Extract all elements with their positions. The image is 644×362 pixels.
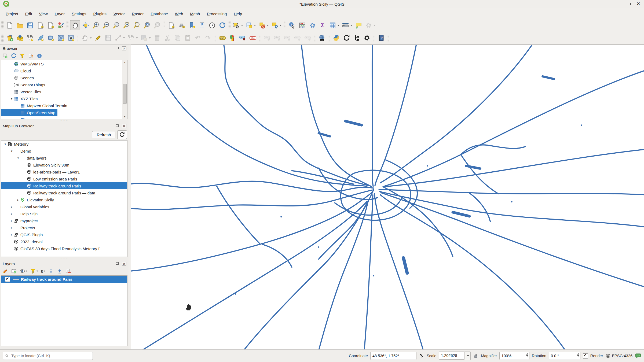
layers-close-icon[interactable]: ×: [122, 262, 126, 266]
tree-closed-arrow-icon[interactable]: ▸: [9, 226, 14, 230]
menu-database[interactable]: Database: [147, 10, 171, 17]
zoom-to-layer-button[interactable]: [132, 20, 141, 30]
spin-down-icon[interactable]: [577, 355, 579, 357]
dropdown-arrow-icon[interactable]: [337, 25, 339, 26]
measure-line-button[interactable]: [341, 20, 353, 30]
zoom-to-selection-button[interactable]: [122, 20, 131, 30]
tree-item-help-stijn[interactable]: ▸Help Stijn: [1, 210, 127, 217]
tree-open-arrow-icon[interactable]: ▾: [9, 97, 14, 101]
menu-settings[interactable]: Settings: [68, 10, 90, 17]
tree-closed-arrow-icon[interactable]: ▸: [9, 205, 14, 209]
new-shapefile-layer-button[interactable]: [25, 33, 35, 43]
browser-filter-button[interactable]: [19, 53, 25, 59]
highlight-pinned-labels-button[interactable]: [248, 33, 258, 43]
minimize-button[interactable]: [618, 2, 622, 6]
data-source-manager-button[interactable]: [5, 33, 14, 43]
python-console-button[interactable]: [331, 33, 341, 43]
pin-unpin-labels-button[interactable]: [238, 33, 247, 43]
new-project-button[interactable]: [5, 20, 14, 30]
browser-collapse-all-button[interactable]: [28, 53, 34, 59]
dropdown-arrow-icon[interactable]: [149, 37, 151, 39]
new-spatial-bookmark-button[interactable]: [187, 20, 196, 30]
browser-add-selected-layers-button[interactable]: [2, 53, 8, 59]
menu-raster[interactable]: Raster: [128, 10, 147, 17]
filter-by-expression-button[interactable]: ε: [41, 268, 45, 274]
processing-toolbox-button[interactable]: [308, 20, 317, 30]
save-project-button[interactable]: [25, 20, 35, 30]
tree-item-scenes[interactable]: Scenes: [1, 74, 127, 81]
map-canvas[interactable]: [131, 45, 644, 349]
layer-diagram-options-button[interactable]: [228, 33, 237, 43]
tree-item-myproject[interactable]: ▸myproject: [1, 217, 127, 224]
refresh-map-button[interactable]: [217, 20, 227, 30]
collapse-all-button[interactable]: [57, 268, 63, 274]
restore-button[interactable]: [627, 2, 631, 6]
crs-globe-icon[interactable]: [605, 353, 611, 359]
tree-open-arrow-icon[interactable]: ▾: [9, 149, 14, 153]
tree-item-elevation-sicily-30m[interactable]: Elevation Sicily 30m: [1, 161, 127, 168]
render-checkbox[interactable]: [583, 353, 588, 359]
browser-properties-button[interactable]: [36, 53, 42, 59]
filter-legend-button[interactable]: [30, 268, 38, 274]
zoom-full-button[interactable]: [111, 20, 121, 30]
maphub-hierarchy-button[interactable]: [352, 33, 361, 43]
tree-item-data-layers[interactable]: ▾data layers: [1, 154, 127, 161]
tree-item-mapzen-global-terrain[interactable]: Mapzen Global Terrain: [1, 102, 127, 109]
lock-scale-icon[interactable]: [473, 353, 478, 359]
tree-item-vector-tiles[interactable]: Vector Tiles: [1, 88, 127, 95]
locator-input[interactable]: [11, 353, 90, 358]
scroll-down-icon[interactable]: ▼: [122, 114, 127, 119]
deselect-features-button[interactable]: [257, 20, 270, 30]
open-attribute-table-button[interactable]: [328, 20, 340, 30]
locator-bar[interactable]: [3, 352, 93, 360]
menu-edit[interactable]: Edit: [22, 10, 36, 17]
maphub-float-icon[interactable]: [115, 124, 120, 128]
scale-input[interactable]: [439, 352, 464, 360]
menu-layer[interactable]: Layer: [51, 10, 68, 17]
new-virtual-layer-button[interactable]: [46, 33, 55, 43]
manage-map-themes-button[interactable]: [19, 268, 27, 274]
expand-all-button[interactable]: [48, 268, 54, 274]
tree-item-railway-track-around-paris[interactable]: Railway track around Paris: [1, 182, 127, 189]
field-calculator-button[interactable]: [297, 20, 307, 30]
identify-features-button[interactable]: [287, 20, 297, 30]
menu-view[interactable]: View: [36, 10, 51, 17]
menu-project[interactable]: Project: [2, 10, 22, 17]
menu-help[interactable]: Help: [230, 10, 246, 17]
dropdown-arrow-icon[interactable]: [90, 37, 92, 39]
tree-item-low-emission-area-paris[interactable]: Low emission area Paris: [1, 175, 127, 182]
menu-mesh[interactable]: Mesh: [186, 10, 203, 17]
panel-splitter[interactable]: ······: [1, 119, 127, 122]
new-geopackage-layer-button[interactable]: [15, 33, 25, 43]
dropdown-arrow-icon[interactable]: [280, 25, 282, 26]
select-by-location-button[interactable]: [270, 20, 283, 30]
rotation-spinbox[interactable]: 0.0 °: [549, 352, 580, 360]
toggle-editing-button[interactable]: [93, 33, 103, 43]
statistical-summary-button[interactable]: Σ: [318, 20, 327, 30]
tree-item-elevation-sicily[interactable]: ▸Elevation Sicily: [1, 196, 127, 203]
coordinate-input[interactable]: [370, 352, 416, 360]
remove-layer-button[interactable]: [65, 268, 71, 274]
dropdown-arrow-icon[interactable]: [350, 25, 352, 26]
tree-closed-arrow-icon[interactable]: ▸: [9, 212, 14, 216]
browser-float-icon[interactable]: [115, 46, 120, 50]
pan-to-selection-button[interactable]: [81, 20, 90, 30]
close-button[interactable]: ✕: [636, 2, 640, 6]
scroll-up-icon[interactable]: ▲: [122, 60, 127, 65]
new-point-cloud-layer-button[interactable]: [66, 33, 76, 43]
layer-visibility-checkbox[interactable]: [5, 277, 10, 282]
new-mesh-layer-button[interactable]: [56, 33, 65, 43]
tree-item-sensorthings[interactable]: SensorThings: [1, 81, 127, 88]
scrollbar-thumb[interactable]: [123, 84, 127, 104]
tree-closed-arrow-icon[interactable]: ▸: [9, 233, 14, 237]
new-print-layout-button[interactable]: [35, 20, 45, 30]
tree-item-glofas-30-days-flood-reanalysis-meteory-[interactable]: GloFAS 30 days Flood Reanalysis Meteory …: [1, 245, 127, 252]
tree-item-openstreetmap[interactable]: OpenStreetMap: [1, 109, 57, 116]
layers-float-icon[interactable]: [115, 262, 120, 265]
maphub-close-icon[interactable]: ×: [122, 124, 126, 128]
tree-item-wms-wmts[interactable]: WMS/WMTS: [1, 60, 127, 67]
tree-item-les-arbres-paris-layer1[interactable]: les-arbres-paris — Layer1: [1, 168, 127, 175]
tree-item-demo[interactable]: ▾Demo: [1, 147, 127, 154]
menu-vector[interactable]: Vector: [110, 10, 129, 17]
dropdown-arrow-icon[interactable]: [267, 25, 269, 26]
